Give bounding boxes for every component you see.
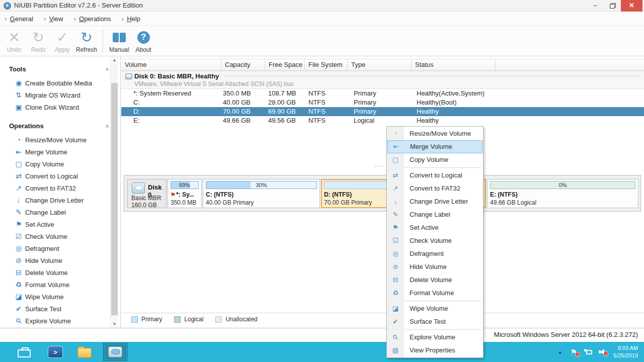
usage-bar: 69% xyxy=(171,181,199,189)
collapse-icon[interactable]: ∧ xyxy=(105,66,109,72)
column-header-status[interactable]: Status xyxy=(412,59,496,70)
eraser-icon: ◪ xyxy=(13,293,24,301)
redo-button[interactable]: ↻ Redo xyxy=(26,27,50,56)
clock[interactable]: 8:03 AM 5/25/2019 xyxy=(613,344,638,359)
apply-button[interactable]: ✓ Apply xyxy=(50,27,74,56)
menu-item-format-volume[interactable]: ♻ Format Volume xyxy=(387,287,483,300)
network-icon[interactable] xyxy=(584,349,592,355)
block-system-reserved[interactable]: 69% ⚑*: Sy... 350.0 MB xyxy=(168,179,202,208)
menu-item-resize-move-volume[interactable]: ◔ Resize/Move Volume xyxy=(387,127,483,140)
checkbox-icon: ☑ xyxy=(13,232,24,240)
menu-operations[interactable]: ∨ Operations xyxy=(73,15,111,23)
menu-view[interactable]: ∨ View xyxy=(43,15,63,23)
sidebar-item-merge-volume[interactable]: ⇤ Merge Volume xyxy=(0,146,120,158)
scrollbar-thumb[interactable] xyxy=(111,83,118,315)
volume-muted-icon[interactable]: ✕ xyxy=(598,348,606,355)
restore-button[interactable] xyxy=(605,0,620,12)
magnifier-icon: ⚲ xyxy=(12,314,26,328)
block-e[interactable]: 0% E: (NTFS) 49.66 GB Logical xyxy=(487,179,638,208)
disk-group-header[interactable]: Disk 0: Basic MBR, Healthy VMware, VMwar… xyxy=(121,71,644,89)
menu-help[interactable]: ∨ Help xyxy=(121,15,140,23)
column-header-file-system[interactable]: File System xyxy=(305,59,348,70)
column-header-type[interactable]: Type xyxy=(348,59,412,70)
table-row-d-selected[interactable]: D: 70.00 GB 69.90 GB NTFS Primary Health… xyxy=(121,107,644,116)
table-row-system-reserved[interactable]: *: System Reserved 350.0 MB 108.7 MB NTF… xyxy=(121,89,644,98)
sidebar-item-surface-test[interactable]: ✔ Surface Test xyxy=(0,303,120,315)
volume-table-header: Volume Capacity Free Space File System T… xyxy=(121,59,644,71)
menu-item-wipe-volume[interactable]: ◪ Wipe Volume xyxy=(387,302,483,315)
server-manager-taskbar-button[interactable] xyxy=(14,344,34,359)
sidebar-item-change-drive-letter[interactable]: ↓ Change Drive Letter xyxy=(0,194,120,206)
sidebar-item-check-volume[interactable]: ☑ Check Volume xyxy=(0,230,120,242)
column-header-free-space[interactable]: Free Space xyxy=(265,59,305,70)
usage-bar: 30% xyxy=(206,181,317,189)
disk0-info-block[interactable]: Disk 0 Basic MBR 160.0 GB xyxy=(127,179,167,208)
sidebar-item-delete-volume[interactable]: ⊟ Delete Volume xyxy=(0,266,120,279)
menu-item-copy-volume[interactable]: ▢ Copy Volume xyxy=(387,153,483,166)
partition-editor-icon xyxy=(108,346,122,357)
table-row-e[interactable]: E: 49.66 GB 49.56 GB NTFS Logical Health… xyxy=(121,116,644,125)
sidebar-item-convert-to-logical[interactable]: ⇄ Convert to Logical xyxy=(0,170,120,182)
manual-button[interactable]: Manual xyxy=(107,27,131,56)
copy-icon: ▢ xyxy=(391,153,400,166)
sidebar-item-clone-disk-wizard[interactable]: ▣ Clone Disk Wizard xyxy=(0,101,120,113)
scroll-up-icon[interactable]: ▲ xyxy=(111,56,118,64)
sidebar-item-copy-volume[interactable]: ▢ Copy Volume xyxy=(0,158,120,170)
block-c[interactable]: 30% C: (NTFS) 40.00 GB Primary xyxy=(203,179,320,208)
menu-general[interactable]: ∨ General xyxy=(4,15,33,23)
sidebar-item-explore-volume[interactable]: ⚲ Explore Volume xyxy=(0,315,120,327)
column-header-volume[interactable]: Volume xyxy=(121,59,221,70)
tray-expand-icon[interactable]: ▲ xyxy=(558,350,562,354)
menu-item-merge-volume-highlighted[interactable]: ⇤ Merge Volume xyxy=(387,140,482,153)
folder-icon xyxy=(77,348,92,358)
disk-group-title: Disk 0: Basic MBR, Healthy xyxy=(134,72,219,80)
sidebar-item-resize-move-volume[interactable]: ◔ Resize/Move Volume xyxy=(0,134,120,146)
sidebar-item-wipe-volume[interactable]: ◪ Wipe Volume xyxy=(0,291,120,303)
menu-item-change-drive-letter[interactable]: ↓ Change Drive Letter xyxy=(387,195,483,208)
sidebar-item-defragment[interactable]: ◎ Defragment xyxy=(0,242,120,254)
menu-item-convert-to-logical[interactable]: ⇄ Convert to Logical xyxy=(387,169,483,182)
menu-item-convert-to-fat32[interactable]: ↗ Convert to FAT32 xyxy=(387,182,483,195)
scroll-down-icon[interactable]: ▼ xyxy=(111,320,118,328)
minimize-button[interactable]: – xyxy=(588,0,603,12)
splitter-handle[interactable]: ∙∙∙∙ xyxy=(374,162,383,169)
sidebar-item-convert-to-fat32[interactable]: ↗ Convert to FAT32 xyxy=(0,182,120,194)
chevron-down-icon: ∨ xyxy=(43,17,47,22)
niubi-taskbar-button-active[interactable] xyxy=(103,343,127,361)
tools-section-header[interactable]: Tools ∧ xyxy=(9,65,109,73)
menu-item-view-properties[interactable]: ▤ View Properties xyxy=(387,344,483,357)
close-button[interactable]: ✕ xyxy=(621,0,642,12)
sidebar-item-format-volume[interactable]: ♻ Format Volume xyxy=(0,279,120,291)
action-center-flag-icon[interactable]: ⚑✕ xyxy=(569,348,578,356)
usage-fill xyxy=(206,182,251,189)
migrate-icon: ⇅ xyxy=(13,91,24,99)
sidebar-item-create-bootable-media[interactable]: ◉ Create Bootable Media xyxy=(0,77,120,89)
menu-item-delete-volume[interactable]: ⊟ Delete Volume xyxy=(387,274,483,287)
about-button[interactable]: ? About xyxy=(131,27,155,56)
sidebar-scrollbar[interactable]: ▲ ▼ xyxy=(110,56,118,328)
menu-item-hide-volume[interactable]: ⊘ Hide Volume xyxy=(387,260,483,274)
sidebar-item-hide-volume[interactable]: ⊘ Hide Volume xyxy=(0,254,120,266)
menu-item-surface-test[interactable]: ✔ Surface Test xyxy=(387,315,483,328)
convert-arrow-icon: ↗ xyxy=(13,184,24,192)
merge-arrow-icon: ⇤ xyxy=(391,141,400,153)
menu-item-defragment[interactable]: ◎ Defragment xyxy=(387,247,483,260)
menu-bar: ∨ General ∨ View ∨ Operations ∨ Help xyxy=(0,12,644,26)
collapse-icon[interactable]: ∧ xyxy=(105,123,109,129)
menu-item-change-label[interactable]: ✎ Change Label xyxy=(387,208,483,221)
menu-item-check-volume[interactable]: ☑ Check Volume xyxy=(387,234,483,247)
menu-item-explore-volume[interactable]: ⚲ Explore Volume xyxy=(387,331,483,344)
menu-item-set-active[interactable]: ⚑ Set Active xyxy=(387,221,483,234)
sidebar-item-migrate-os-wizard[interactable]: ⇅ Migrate OS Wizard xyxy=(0,89,120,101)
undo-button[interactable]: ✕ Undo xyxy=(2,27,26,56)
table-row-c[interactable]: C: 40.00 GB 28.00 GB NTFS Primary Health… xyxy=(121,98,644,107)
refresh-button[interactable]: ↻ Refresh xyxy=(74,27,99,56)
operations-section-header[interactable]: Operations ∧ xyxy=(9,122,109,130)
sidebar-item-set-active[interactable]: ⚑ Set Active xyxy=(0,218,120,230)
column-header-capacity[interactable]: Capacity xyxy=(221,59,265,70)
powershell-taskbar-button[interactable]: > xyxy=(45,344,65,359)
resize-pie-icon: ◔ xyxy=(391,127,400,140)
sidebar-item-change-label[interactable]: ✎ Change Label xyxy=(0,206,120,218)
drive-letter-icon: ↓ xyxy=(391,195,400,208)
file-explorer-taskbar-button[interactable] xyxy=(74,344,95,359)
